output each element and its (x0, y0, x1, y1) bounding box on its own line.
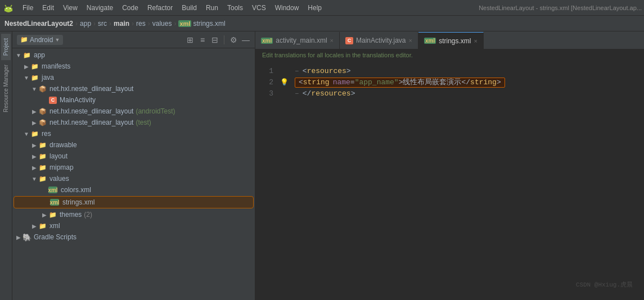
settings-icon[interactable]: ⚙ (229, 35, 238, 44)
colors-xml-icon: xml (48, 185, 57, 194)
menu-tools[interactable]: Tools (223, 3, 247, 13)
project-toolbar: 📁 Android ▼ ⊞ ≡ ⊟ ⚙ — (12, 31, 255, 48)
folder-icon: 📁 (20, 36, 28, 43)
strings-tab-icon: xml (424, 38, 436, 44)
activity-xml-icon: xml (261, 38, 273, 44)
package-main-icon: 📦 (38, 84, 47, 93)
arrow-layout (30, 152, 38, 160)
code-area[interactable]: 1 2 3 💡 – <resources> <string (255, 61, 644, 300)
tab-close-activity-main[interactable]: × (330, 37, 334, 44)
breadcrumb-project[interactable]: NestedLinearLayout2 (4, 20, 73, 28)
tree-label-strings: strings.xml (62, 198, 94, 206)
tree-item-themes[interactable]: 📁 themes (2) (12, 209, 255, 220)
tree-item-res[interactable]: 📁 res (12, 128, 255, 139)
arrow-mipmap (30, 163, 38, 171)
tab-close-mainactivity[interactable]: × (409, 37, 412, 44)
sync-icon[interactable]: ⊞ (186, 35, 195, 44)
tree-item-app[interactable]: 📁 app (12, 49, 255, 61)
tree-item-package-test[interactable]: 📦 net.hxl.neste_dlinear_layout (test) (12, 117, 255, 128)
breadcrumb-res[interactable]: res (136, 20, 146, 28)
tree-item-xml[interactable]: 📁 xml (12, 220, 255, 231)
tree-label-themes: themes (60, 211, 82, 219)
tree-item-colors[interactable]: xml colors.xml (12, 184, 255, 196)
tree-item-drawable[interactable]: 📁 drawable (12, 139, 255, 151)
sidebar-tab-project[interactable]: Project (1, 34, 11, 60)
tree-item-package-main[interactable]: 📦 net.hxl.neste_dlinear_layout (12, 83, 255, 94)
menu-build[interactable]: Build (177, 3, 201, 13)
code-editor[interactable]: – <resources> <string name="app_name">线性… (290, 61, 637, 300)
mipmap-folder-icon: 📁 (38, 163, 47, 172)
tab-label-mainactivity: MainActivity.java (356, 37, 406, 44)
mainactivity-java-icon: C (48, 96, 57, 104)
arrow-package-androidtest (30, 107, 38, 115)
java-folder-icon: 📁 (30, 73, 39, 82)
tree-item-java[interactable]: 📁 java (12, 72, 255, 83)
android-view-dropdown[interactable]: 📁 Android ▼ (17, 35, 63, 45)
code-line-1: – <resources> (295, 66, 637, 77)
arrow-app (15, 51, 22, 59)
res-folder-icon: 📁 (30, 129, 39, 138)
tree-item-package-androidtest[interactable]: 📦 net.hxl.neste_dlinear_layout (androidT… (12, 106, 255, 117)
gradle-icon: 🐘 (22, 233, 31, 242)
menu-edit[interactable]: Edit (38, 3, 58, 13)
manifests-folder-icon: 📁 (30, 62, 39, 71)
svg-rect-1 (4, 8, 12, 11)
tree-item-mipmap[interactable]: 📁 mipmap (12, 162, 255, 173)
tab-strings[interactable]: xml strings.xml × (418, 32, 484, 49)
breadcrumb-src[interactable]: src (98, 20, 107, 28)
package-test-icon: 📦 (38, 118, 47, 127)
tree-label-mipmap: mipmap (49, 163, 74, 171)
view-label: Android (30, 36, 53, 44)
tree-item-gradle[interactable]: 🐘 Gradle Scripts (12, 231, 255, 243)
editor-area: xml activity_main.xml × C MainActivity.j… (255, 31, 644, 300)
arrow-res (22, 130, 30, 138)
breadcrumb-app[interactable]: app (80, 20, 91, 28)
tab-activity-main[interactable]: xml activity_main.xml × (255, 32, 340, 49)
bulb-icon[interactable]: 💡 (278, 77, 290, 88)
app-folder-icon: 📁 (22, 51, 31, 60)
project-panel: 📁 Android ▼ ⊞ ≡ ⊟ ⚙ — 📁 app (12, 31, 255, 300)
menu-refactor[interactable]: Refactor (143, 3, 177, 13)
expand-all-icon[interactable]: ⊟ (210, 35, 219, 44)
tree-label-app: app (34, 51, 45, 59)
menu-view[interactable]: View (58, 3, 82, 13)
tab-mainactivity[interactable]: C MainActivity.java × (340, 32, 418, 49)
tab-close-strings[interactable]: × (474, 38, 478, 44)
tree-label-gradle: Gradle Scripts (34, 233, 76, 241)
tree-item-layout[interactable]: 📁 layout (12, 151, 255, 162)
tree-item-manifests[interactable]: 📁 manifests (12, 61, 255, 72)
menu-window[interactable]: Window (271, 3, 304, 13)
menu-vcs[interactable]: VCS (247, 3, 271, 13)
tree-label-package-test: net.hxl.neste_dlinear_layout (49, 119, 133, 126)
breadcrumb-main[interactable]: main (114, 20, 129, 28)
mainactivity-tab-icon: C (345, 37, 353, 44)
tree-label-package-main: net.hxl.neste_dlinear_layout (49, 85, 133, 93)
menu-code[interactable]: Code (118, 3, 143, 13)
arrow-java (22, 74, 30, 81)
close-panel-icon[interactable]: — (241, 35, 250, 44)
breadcrumb: NestedLinearLayout2 › app › src › main ›… (0, 16, 644, 31)
window-title: NestedLinearLayout - strings.xml [Nested… (479, 4, 642, 11)
breadcrumb-xml-icon: xml (178, 20, 191, 27)
menu-navigate[interactable]: Navigate (82, 3, 118, 13)
menu-file[interactable]: File (18, 3, 38, 13)
tree-item-strings[interactable]: xml strings.xml (13, 196, 254, 208)
breadcrumb-file[interactable]: strings.xml (193, 20, 225, 28)
menubar: File Edit View Navigate Code Refactor Bu… (0, 0, 644, 16)
menu-help[interactable]: Help (303, 3, 326, 13)
arrow-package-main (30, 85, 38, 93)
android-logo-icon (2, 2, 15, 14)
breadcrumb-values[interactable]: values (152, 20, 172, 28)
arrow-manifests (22, 62, 30, 70)
left-sidebar-strip: Project Resource Manager (0, 31, 12, 300)
svg-point-3 (10, 8, 11, 9)
arrow-package-test (30, 119, 38, 126)
sidebar-tab-resource-manager[interactable]: Resource Manager (1, 60, 11, 117)
menu-run[interactable]: Run (201, 3, 223, 13)
tab-bar: xml activity_main.xml × C MainActivity.j… (255, 31, 644, 49)
tree-item-mainactivity[interactable]: C MainActivity (12, 94, 255, 106)
collapse-all-icon[interactable]: ≡ (198, 35, 207, 44)
values-folder-icon: 📁 (38, 174, 47, 183)
tree-item-values[interactable]: 📁 values (12, 173, 255, 184)
svg-point-2 (6, 8, 7, 9)
